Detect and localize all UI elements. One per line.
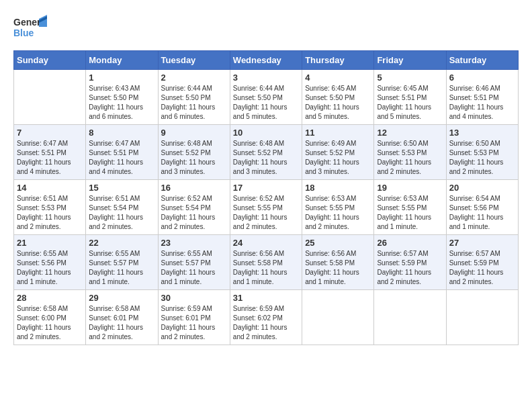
day-number: 26 bbox=[377, 238, 443, 248]
day-number: 19 bbox=[377, 183, 443, 193]
calendar-week-5: 28Sunrise: 6:58 AM Sunset: 6:00 PM Dayli… bbox=[14, 290, 519, 345]
day-number: 30 bbox=[161, 293, 227, 303]
day-info: Sunrise: 6:45 AM Sunset: 5:51 PM Dayligh… bbox=[377, 84, 443, 122]
day-number: 7 bbox=[17, 128, 83, 138]
day-info: Sunrise: 6:50 AM Sunset: 5:53 PM Dayligh… bbox=[449, 139, 515, 177]
calendar-cell: 8Sunrise: 6:47 AM Sunset: 5:51 PM Daylig… bbox=[86, 125, 158, 180]
column-header-monday: Monday bbox=[86, 51, 158, 70]
day-number: 8 bbox=[89, 128, 154, 138]
day-number: 23 bbox=[161, 238, 227, 248]
day-number: 16 bbox=[161, 183, 227, 193]
day-info: Sunrise: 6:49 AM Sunset: 5:52 PM Dayligh… bbox=[305, 139, 371, 177]
day-info: Sunrise: 6:58 AM Sunset: 6:01 PM Dayligh… bbox=[89, 304, 154, 342]
calendar-cell bbox=[374, 290, 446, 345]
day-number: 27 bbox=[449, 238, 515, 248]
page-header: General Blue bbox=[13, 13, 519, 44]
calendar-header-row: SundayMondayTuesdayWednesdayThursdayFrid… bbox=[14, 51, 519, 70]
column-header-thursday: Thursday bbox=[302, 51, 374, 70]
day-number: 6 bbox=[449, 73, 515, 83]
calendar-week-2: 7Sunrise: 6:47 AM Sunset: 5:51 PM Daylig… bbox=[14, 125, 519, 180]
day-info: Sunrise: 6:53 AM Sunset: 5:55 PM Dayligh… bbox=[377, 194, 443, 232]
calendar-cell: 28Sunrise: 6:58 AM Sunset: 6:00 PM Dayli… bbox=[14, 290, 86, 345]
calendar-cell: 6Sunrise: 6:46 AM Sunset: 5:51 PM Daylig… bbox=[446, 70, 518, 125]
calendar-cell: 31Sunrise: 6:59 AM Sunset: 6:02 PM Dayli… bbox=[230, 290, 302, 345]
calendar-cell: 18Sunrise: 6:53 AM Sunset: 5:55 PM Dayli… bbox=[302, 180, 374, 235]
day-number: 21 bbox=[17, 238, 83, 248]
day-number: 5 bbox=[377, 73, 443, 83]
day-info: Sunrise: 6:50 AM Sunset: 5:53 PM Dayligh… bbox=[377, 139, 443, 177]
calendar-table: SundayMondayTuesdayWednesdayThursdayFrid… bbox=[13, 50, 519, 345]
day-info: Sunrise: 6:51 AM Sunset: 5:53 PM Dayligh… bbox=[17, 194, 83, 232]
calendar-cell: 23Sunrise: 6:55 AM Sunset: 5:57 PM Dayli… bbox=[158, 235, 230, 290]
day-info: Sunrise: 6:44 AM Sunset: 5:50 PM Dayligh… bbox=[233, 84, 299, 122]
day-number: 13 bbox=[449, 128, 515, 138]
calendar-cell: 29Sunrise: 6:58 AM Sunset: 6:01 PM Dayli… bbox=[86, 290, 158, 345]
calendar-cell: 1Sunrise: 6:43 AM Sunset: 5:50 PM Daylig… bbox=[86, 70, 158, 125]
day-info: Sunrise: 6:52 AM Sunset: 5:54 PM Dayligh… bbox=[161, 194, 227, 232]
day-number: 14 bbox=[17, 183, 83, 193]
logo: General Blue bbox=[13, 13, 47, 44]
calendar-cell: 14Sunrise: 6:51 AM Sunset: 5:53 PM Dayli… bbox=[14, 180, 86, 235]
day-info: Sunrise: 6:47 AM Sunset: 5:51 PM Dayligh… bbox=[17, 139, 83, 177]
day-number: 31 bbox=[233, 293, 299, 303]
day-number: 28 bbox=[17, 293, 83, 303]
calendar-cell: 30Sunrise: 6:59 AM Sunset: 6:01 PM Dayli… bbox=[158, 290, 230, 345]
calendar-cell: 2Sunrise: 6:44 AM Sunset: 5:50 PM Daylig… bbox=[158, 70, 230, 125]
svg-text:Blue: Blue bbox=[13, 28, 34, 38]
calendar-cell: 5Sunrise: 6:45 AM Sunset: 5:51 PM Daylig… bbox=[374, 70, 446, 125]
day-info: Sunrise: 6:55 AM Sunset: 5:56 PM Dayligh… bbox=[17, 249, 83, 287]
day-info: Sunrise: 6:55 AM Sunset: 5:57 PM Dayligh… bbox=[161, 249, 227, 287]
calendar-cell bbox=[446, 290, 518, 345]
day-info: Sunrise: 6:43 AM Sunset: 5:50 PM Dayligh… bbox=[89, 84, 154, 122]
calendar-cell: 12Sunrise: 6:50 AM Sunset: 5:53 PM Dayli… bbox=[374, 125, 446, 180]
day-info: Sunrise: 6:53 AM Sunset: 5:55 PM Dayligh… bbox=[305, 194, 371, 232]
calendar-cell: 17Sunrise: 6:52 AM Sunset: 5:55 PM Dayli… bbox=[230, 180, 302, 235]
calendar-cell: 10Sunrise: 6:48 AM Sunset: 5:52 PM Dayli… bbox=[230, 125, 302, 180]
day-number: 29 bbox=[89, 293, 154, 303]
calendar-week-4: 21Sunrise: 6:55 AM Sunset: 5:56 PM Dayli… bbox=[14, 235, 519, 290]
calendar-cell: 22Sunrise: 6:55 AM Sunset: 5:57 PM Dayli… bbox=[86, 235, 158, 290]
calendar-cell: 9Sunrise: 6:48 AM Sunset: 5:52 PM Daylig… bbox=[158, 125, 230, 180]
day-info: Sunrise: 6:59 AM Sunset: 6:01 PM Dayligh… bbox=[161, 304, 227, 342]
column-header-tuesday: Tuesday bbox=[158, 51, 230, 70]
day-info: Sunrise: 6:48 AM Sunset: 5:52 PM Dayligh… bbox=[233, 139, 299, 177]
calendar-cell: 21Sunrise: 6:55 AM Sunset: 5:56 PM Dayli… bbox=[14, 235, 86, 290]
calendar-cell: 7Sunrise: 6:47 AM Sunset: 5:51 PM Daylig… bbox=[14, 125, 86, 180]
day-info: Sunrise: 6:52 AM Sunset: 5:55 PM Dayligh… bbox=[233, 194, 299, 232]
calendar-cell: 13Sunrise: 6:50 AM Sunset: 5:53 PM Dayli… bbox=[446, 125, 518, 180]
calendar-cell: 24Sunrise: 6:56 AM Sunset: 5:58 PM Dayli… bbox=[230, 235, 302, 290]
day-number: 17 bbox=[233, 183, 299, 193]
day-number: 9 bbox=[161, 128, 227, 138]
day-number: 1 bbox=[89, 73, 154, 83]
day-info: Sunrise: 6:56 AM Sunset: 5:58 PM Dayligh… bbox=[233, 249, 299, 287]
calendar-cell: 20Sunrise: 6:54 AM Sunset: 5:56 PM Dayli… bbox=[446, 180, 518, 235]
day-number: 2 bbox=[161, 73, 227, 83]
day-number: 18 bbox=[305, 183, 371, 193]
calendar-cell: 15Sunrise: 6:51 AM Sunset: 5:54 PM Dayli… bbox=[86, 180, 158, 235]
day-number: 20 bbox=[449, 183, 515, 193]
day-number: 11 bbox=[305, 128, 371, 138]
column-header-saturday: Saturday bbox=[446, 51, 518, 70]
day-info: Sunrise: 6:54 AM Sunset: 5:56 PM Dayligh… bbox=[449, 194, 515, 232]
day-info: Sunrise: 6:59 AM Sunset: 6:02 PM Dayligh… bbox=[233, 304, 299, 342]
calendar-cell: 27Sunrise: 6:57 AM Sunset: 5:59 PM Dayli… bbox=[446, 235, 518, 290]
day-info: Sunrise: 6:58 AM Sunset: 6:00 PM Dayligh… bbox=[17, 304, 83, 342]
calendar-cell: 4Sunrise: 6:45 AM Sunset: 5:50 PM Daylig… bbox=[302, 70, 374, 125]
calendar-cell bbox=[302, 290, 374, 345]
day-info: Sunrise: 6:57 AM Sunset: 5:59 PM Dayligh… bbox=[377, 249, 443, 287]
column-header-friday: Friday bbox=[374, 51, 446, 70]
day-info: Sunrise: 6:51 AM Sunset: 5:54 PM Dayligh… bbox=[89, 194, 154, 232]
column-header-sunday: Sunday bbox=[14, 51, 86, 70]
calendar-cell: 16Sunrise: 6:52 AM Sunset: 5:54 PM Dayli… bbox=[158, 180, 230, 235]
day-number: 15 bbox=[89, 183, 154, 193]
column-header-wednesday: Wednesday bbox=[230, 51, 302, 70]
calendar-cell: 25Sunrise: 6:56 AM Sunset: 5:58 PM Dayli… bbox=[302, 235, 374, 290]
day-number: 24 bbox=[233, 238, 299, 248]
day-info: Sunrise: 6:45 AM Sunset: 5:50 PM Dayligh… bbox=[305, 84, 371, 122]
calendar-cell bbox=[14, 70, 86, 125]
calendar-cell: 26Sunrise: 6:57 AM Sunset: 5:59 PM Dayli… bbox=[374, 235, 446, 290]
day-number: 22 bbox=[89, 238, 154, 248]
day-number: 12 bbox=[377, 128, 443, 138]
day-info: Sunrise: 6:55 AM Sunset: 5:57 PM Dayligh… bbox=[89, 249, 154, 287]
day-number: 10 bbox=[233, 128, 299, 138]
